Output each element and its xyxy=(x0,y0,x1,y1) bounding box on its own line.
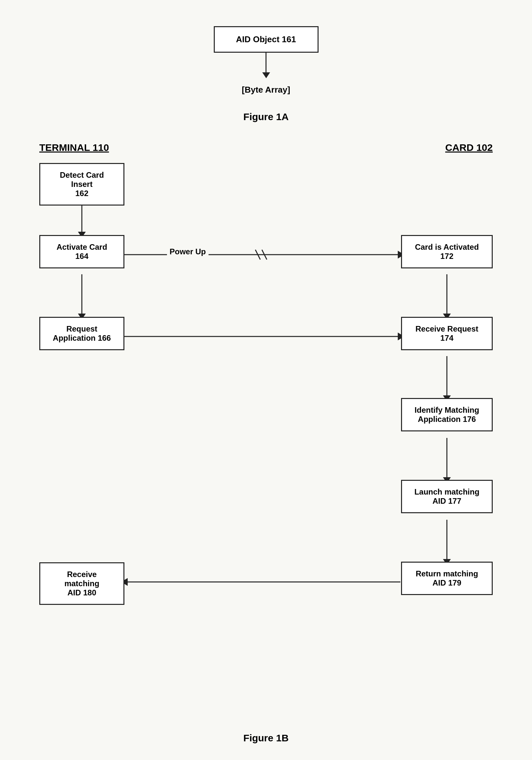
page: AID Object 161 [Byte Array] Figure 1A TE… xyxy=(0,0,532,760)
receive-request-box: Receive Request174 xyxy=(401,317,493,350)
arrow-aid-to-byte xyxy=(262,53,270,78)
svg-line-14 xyxy=(255,250,260,260)
detect-card-box: Detect Card Insert162 xyxy=(39,163,124,206)
receive-request-label: Receive Request174 xyxy=(415,324,478,342)
terminal-title: TERMINAL 110 xyxy=(39,142,109,153)
identify-matching-label: Identify MatchingApplication 176 xyxy=(414,405,479,424)
identify-matching-box: Identify MatchingApplication 176 xyxy=(401,398,493,431)
receive-matching-aid-box: Receive matchingAID 180 xyxy=(39,562,124,605)
figure-1b-header: TERMINAL 110 CARD 102 xyxy=(26,142,506,153)
aid-object-box: AID Object 161 xyxy=(214,26,318,53)
figure-1b-section: TERMINAL 110 CARD 102 xyxy=(26,142,506,744)
figure-1b-label: Figure 1B xyxy=(26,733,506,744)
figure-1a-label: Figure 1A xyxy=(243,111,288,122)
flow-container: Detect Card Insert162 Activate Card164 R… xyxy=(26,163,506,719)
card-activated-box: Card is Activated172 xyxy=(401,235,493,268)
detect-card-label: Detect Card Insert162 xyxy=(60,170,104,198)
svg-line-15 xyxy=(262,250,267,260)
launch-matching-label: Launch matchingAID 177 xyxy=(414,487,480,505)
byte-array-label: [Byte Array] xyxy=(242,85,290,95)
aid-object-label: AID Object 161 xyxy=(236,34,296,44)
card-title: CARD 102 xyxy=(445,142,493,153)
return-matching-label: Return matchingAID 179 xyxy=(416,569,478,587)
launch-matching-box: Launch matchingAID 177 xyxy=(401,480,493,513)
arrow-line xyxy=(266,53,266,72)
power-up-label: Power Up xyxy=(167,247,209,257)
activate-card-label: Activate Card164 xyxy=(57,243,107,261)
card-activated-label: Card is Activated172 xyxy=(415,243,479,261)
activate-card-box: Activate Card164 xyxy=(39,235,124,268)
arrow-head xyxy=(262,72,270,78)
figure-1a-section: AID Object 161 [Byte Array] Figure 1A xyxy=(26,20,506,122)
receive-matching-aid-label: Receive matchingAID 180 xyxy=(65,570,100,597)
request-app-box: RequestApplication 166 xyxy=(39,317,124,350)
request-app-label: RequestApplication 166 xyxy=(53,324,111,342)
return-matching-box: Return matchingAID 179 xyxy=(401,562,493,595)
